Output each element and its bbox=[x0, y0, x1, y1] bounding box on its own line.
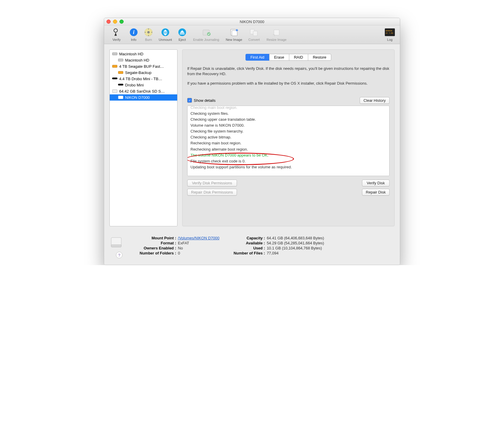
sidebar-item-label: 4 TB Seagate BUP Fast… bbox=[119, 64, 164, 69]
drobo-icon bbox=[118, 83, 123, 87]
svg-rect-27 bbox=[112, 65, 117, 67]
eject-icon bbox=[177, 27, 187, 37]
tab-bar: First Aid Erase RAID Restore bbox=[187, 54, 390, 61]
log-output[interactable]: Checking main boot region. Checking syst… bbox=[187, 106, 390, 176]
clear-history-button[interactable]: Clear History bbox=[360, 97, 390, 104]
repair-disk-button[interactable]: Repair Disk bbox=[362, 189, 390, 196]
checkbox-icon: ✓ bbox=[187, 98, 192, 103]
sidebar-vol-segate-backup[interactable]: Segate-Backup bbox=[110, 70, 177, 76]
info-icon: i bbox=[129, 27, 139, 37]
toolbar-unmount-label: Unmount bbox=[159, 38, 172, 41]
toolbar-resize-label: Resize Image bbox=[266, 38, 286, 41]
window-title: NIKON D7000 bbox=[104, 20, 400, 24]
toolbar-info[interactable]: i Info bbox=[127, 27, 141, 41]
svg-text:AY 7:86: AY 7:86 bbox=[386, 32, 393, 34]
verify-disk-button[interactable]: Verify Disk bbox=[362, 180, 390, 186]
toolbar-resize-image: Resize Image bbox=[263, 27, 290, 41]
toolbar-enable-journaling: Enable Journaling bbox=[190, 27, 222, 41]
svg-rect-31 bbox=[112, 90, 117, 93]
log-line: Checking active bitmap. bbox=[190, 134, 386, 140]
sidebar-disk-seagate[interactable]: 4 TB Seagate BUP Fast… bbox=[110, 63, 177, 70]
toolbar-unmount[interactable]: Unmount bbox=[156, 27, 175, 41]
new-image-icon bbox=[229, 27, 239, 37]
svg-text:i: i bbox=[133, 29, 134, 35]
hdd-icon bbox=[118, 58, 123, 62]
available-label: Available : bbox=[234, 241, 265, 245]
sidebar-vol-drobo[interactable]: Drobo Mini bbox=[110, 82, 177, 88]
toolbar-new-image[interactable]: New Image bbox=[223, 27, 245, 41]
mount-point-label: Mount Point : bbox=[140, 236, 176, 240]
sidebar-item-label: Macintosh HD bbox=[119, 52, 143, 56]
resize-icon bbox=[272, 27, 282, 37]
help-button[interactable]: ? bbox=[116, 252, 122, 258]
titlebar[interactable]: NIKON D7000 bbox=[104, 18, 400, 25]
svg-rect-16 bbox=[232, 30, 237, 36]
verify-icon bbox=[112, 27, 122, 37]
sidebar-vol-macintosh[interactable]: Macintosh HD bbox=[110, 57, 177, 63]
show-details-checkbox[interactable]: ✓ Show details bbox=[187, 98, 216, 103]
log-icon: WARNINAY 7:86 bbox=[385, 27, 395, 37]
mount-point-link[interactable]: /Volumes/NIKON D7000 bbox=[178, 236, 219, 240]
verify-permissions-button: Verify Disk Permissions bbox=[187, 180, 237, 186]
log-line: Checking system files. bbox=[190, 111, 386, 117]
repair-permissions-button: Repair Disk Permissions bbox=[187, 189, 237, 196]
svg-rect-21 bbox=[274, 30, 279, 35]
sidebar-item-label: Segate-Backup bbox=[125, 70, 151, 75]
folders-label: Number of Folders : bbox=[140, 251, 176, 255]
log-line: Rechecking alternate boot region. bbox=[190, 146, 386, 152]
burn-icon bbox=[143, 27, 154, 37]
owners-value: No bbox=[178, 246, 219, 250]
sidebar-vol-nikon[interactable]: NIKON D7000 bbox=[110, 94, 177, 101]
toolbar-eject-label: Eject bbox=[179, 38, 186, 41]
svg-rect-12 bbox=[180, 33, 185, 34]
instruction-text-2: If you have a permissions problem with a… bbox=[187, 81, 390, 86]
tab-erase[interactable]: Erase bbox=[269, 54, 289, 61]
toolbar-eject[interactable]: Eject bbox=[175, 27, 189, 41]
external-disk-icon bbox=[118, 71, 123, 75]
log-line: Volume name is NIKON D7000. bbox=[190, 122, 386, 128]
sidebar-item-label: NIKON D7000 bbox=[125, 95, 150, 100]
toolbar-info-label: Info bbox=[131, 38, 136, 41]
convert-icon bbox=[249, 27, 259, 37]
unmount-icon bbox=[160, 27, 170, 37]
svg-rect-28 bbox=[118, 71, 123, 74]
sidebar-item-label: Macintosh HD bbox=[125, 58, 149, 62]
show-details-label: Show details bbox=[194, 98, 216, 103]
capacity-label: Capacity : bbox=[234, 236, 265, 240]
toolbar-new-image-label: New Image bbox=[226, 38, 242, 41]
svg-point-0 bbox=[114, 29, 117, 32]
toolbar-log[interactable]: WARNINAY 7:86 Log bbox=[383, 27, 397, 41]
svg-rect-26 bbox=[118, 59, 123, 61]
drobo-icon bbox=[112, 77, 117, 81]
log-line: Checking main boot region. bbox=[190, 106, 386, 111]
disk-utility-window: NIKON D7000 Verify i Info Burn Unmount bbox=[104, 18, 400, 265]
tab-restore[interactable]: Restore bbox=[308, 54, 332, 61]
sidebar-item-label: 64.42 GB SanDisk SD S… bbox=[119, 89, 165, 93]
toolbar-verify-label: Verify bbox=[112, 38, 121, 41]
capacity-value: 64.41 GB (64,406,683,648 Bytes) bbox=[267, 236, 324, 240]
tab-first-aid[interactable]: First Aid bbox=[245, 54, 269, 61]
info-footer: ? Mount Point : /Volumes/NIKON D7000 For… bbox=[104, 232, 400, 265]
toolbar-burn-label: Burn bbox=[145, 38, 152, 41]
log-line: Rechecking main boot region. bbox=[190, 140, 386, 146]
used-label: Used : bbox=[234, 246, 265, 250]
sidebar-disk-macintosh[interactable]: Macintosh HD bbox=[110, 51, 177, 57]
log-line-ok: The volume NIKON D7000 appears to be OK. bbox=[190, 152, 386, 158]
files-label: Number of Files : bbox=[234, 251, 265, 255]
action-buttons: Verify Disk Permissions Repair Disk Perm… bbox=[187, 180, 390, 196]
sidebar-disk-drobo[interactable]: 4.4 TB Drobo Mini - TB… bbox=[110, 76, 177, 82]
tab-raid[interactable]: RAID bbox=[289, 54, 308, 61]
footer-col-right: Capacity : 64.41 GB (64,406,683,648 Byte… bbox=[234, 236, 324, 255]
details-row: ✓ Show details Clear History bbox=[187, 97, 390, 104]
sidebar-disk-sandisk[interactable]: 64.42 GB SanDisk SD S… bbox=[110, 88, 177, 94]
sidebar-item-label: 4.4 TB Drobo Mini - TB… bbox=[119, 77, 162, 81]
svg-rect-29 bbox=[112, 78, 117, 79]
svg-rect-25 bbox=[112, 53, 117, 55]
svg-point-4 bbox=[147, 31, 150, 33]
hdd-icon bbox=[112, 52, 117, 56]
toolbar-verify[interactable]: Verify bbox=[107, 27, 126, 41]
footer-col-left: Mount Point : /Volumes/NIKON D7000 Forma… bbox=[140, 236, 219, 255]
sidebar-item-label: Drobo Mini bbox=[125, 83, 144, 87]
disk-sidebar[interactable]: Macintosh HD Macintosh HD 4 TB Seagate B… bbox=[109, 49, 177, 226]
volume-icon bbox=[110, 236, 122, 249]
